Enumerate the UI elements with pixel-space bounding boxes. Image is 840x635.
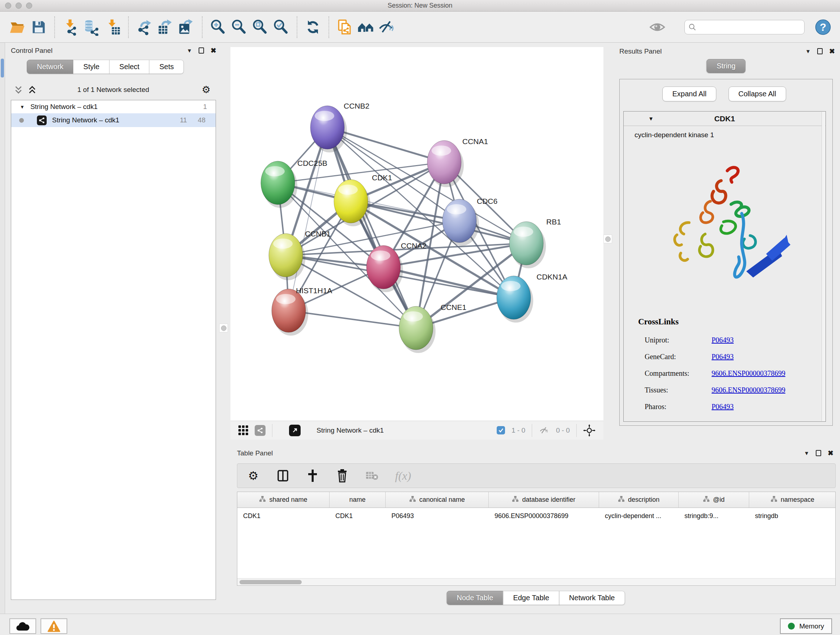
delete-column-trash-icon[interactable]: [336, 469, 349, 483]
tab-string[interactable]: String: [706, 59, 745, 73]
node-RB1[interactable]: RB1: [509, 218, 561, 268]
grid-view-icon[interactable]: [238, 425, 248, 435]
add-column-icon[interactable]: [306, 469, 319, 483]
column-header-shared-name[interactable]: shared name: [237, 492, 330, 508]
table-row[interactable]: CDK1CDK1P064939606.ENSP00000378699cyclin…: [237, 508, 835, 524]
zoom-fit-button[interactable]: [249, 17, 271, 38]
new-network-from-selection-button[interactable]: [334, 17, 355, 38]
scrollbar-thumb[interactable]: [240, 580, 302, 584]
selected-items-checkbox[interactable]: [497, 426, 505, 434]
zoom-out-button[interactable]: [229, 17, 249, 38]
node-CCNB1[interactable]: CCNB1: [269, 230, 331, 280]
export-network-button[interactable]: [134, 17, 155, 38]
table-cell[interactable]: CDK1: [330, 508, 386, 524]
collection-expand-icon[interactable]: ▼: [20, 104, 25, 110]
panel-close-icon[interactable]: ✖: [829, 47, 835, 55]
hide-selected-button[interactable]: [376, 17, 397, 38]
panel-close-icon[interactable]: ✖: [210, 46, 216, 55]
panel-close-icon[interactable]: ✖: [828, 449, 834, 457]
node-CCNB2[interactable]: CCNB2: [310, 102, 369, 152]
refresh-layout-button[interactable]: [302, 17, 324, 38]
tab-network-table[interactable]: Network Table: [559, 591, 625, 605]
import-network-button[interactable]: [60, 17, 81, 38]
node-CCNE1[interactable]: CCNE1: [399, 303, 466, 353]
network-overview-icon[interactable]: [255, 425, 265, 436]
crosslink-link[interactable]: P06493: [712, 353, 734, 361]
export-image-button[interactable]: [176, 17, 197, 38]
tab-sets[interactable]: Sets: [149, 60, 184, 74]
collapsed-panel-handle[interactable]: [1, 59, 4, 78]
zoom-selected-button[interactable]: [271, 17, 292, 38]
open-session-button[interactable]: [7, 17, 28, 38]
import-table-button[interactable]: [102, 17, 123, 38]
network-options-gear-icon[interactable]: ⚙: [202, 84, 210, 96]
vertical-splitter-handle-left[interactable]: [219, 324, 228, 333]
horizontal-splitter[interactable]: [231, 440, 840, 446]
export-table-button[interactable]: [155, 17, 176, 38]
column-header-name[interactable]: name: [330, 492, 386, 508]
cloud-status-button[interactable]: [9, 618, 36, 634]
crosslink-link[interactable]: P06493: [712, 336, 734, 344]
protein-card-header[interactable]: ▼ CDK1: [624, 111, 826, 126]
column-header-namespace[interactable]: namespace: [749, 492, 836, 508]
node-HIST1H1A[interactable]: HIST1H1A: [272, 287, 332, 336]
table-cell[interactable]: P06493: [386, 508, 489, 524]
zoom-in-button[interactable]: [208, 17, 229, 38]
panel-menu-icon[interactable]: ▼: [805, 48, 811, 54]
search-input[interactable]: [699, 24, 801, 31]
tab-node-table[interactable]: Node Table: [447, 591, 504, 605]
first-neighbors-button[interactable]: [355, 17, 376, 38]
crosslink-link[interactable]: P06493: [712, 402, 734, 411]
edge-CCNB2-HIST1H1A[interactable]: [289, 127, 327, 310]
column-header-@id[interactable]: @id: [679, 492, 749, 508]
panel-float-icon[interactable]: [816, 450, 821, 456]
table-cell[interactable]: stringdb:9...: [679, 508, 749, 524]
crosslink-link[interactable]: 9606.ENSP00000378699: [712, 386, 785, 394]
panel-menu-icon[interactable]: ▼: [804, 450, 809, 456]
table-horizontal-scrollbar[interactable]: [237, 578, 835, 585]
help-button[interactable]: ?: [813, 17, 834, 38]
birds-eye-crosshair-icon[interactable]: [583, 424, 595, 437]
tab-select[interactable]: Select: [109, 60, 150, 74]
crosslink-link[interactable]: 9606.ENSP00000378699: [712, 369, 785, 378]
table-cell[interactable]: cyclin-dependent ...: [599, 508, 679, 524]
table-cell[interactable]: CDK1: [237, 508, 330, 524]
show-columns-icon[interactable]: [276, 469, 289, 483]
network-share-icon: [38, 117, 45, 124]
expand-all-button[interactable]: Expand All: [662, 87, 716, 101]
collapse-all-button[interactable]: Collapse All: [729, 87, 786, 101]
table-cell[interactable]: stringdb: [749, 508, 836, 524]
column-header-canonical-name[interactable]: canonical name: [386, 492, 489, 508]
warnings-button[interactable]: [41, 618, 67, 634]
protein-collapse-icon[interactable]: ▼: [648, 116, 654, 122]
node-CDKN1A[interactable]: CDKN1A: [497, 272, 567, 323]
vertical-splitter-handle-right[interactable]: [603, 234, 612, 243]
network-row-selected[interactable]: String Network – cdk1 11 48: [11, 113, 216, 127]
panel-menu-icon[interactable]: ▼: [187, 48, 192, 54]
network-collection-row[interactable]: ▼ String Network – cdk1 1: [11, 100, 216, 113]
import-network-from-database-button[interactable]: [81, 17, 102, 38]
hidden-items-eye-icon[interactable]: [538, 426, 549, 435]
tab-edge-table[interactable]: Edge Table: [503, 591, 559, 605]
show-all-button[interactable]: [647, 17, 668, 38]
tab-network[interactable]: Network: [27, 60, 73, 74]
column-header-description[interactable]: description: [599, 492, 679, 508]
network-view-canvas[interactable]: CCNB2CCNA1CDC25BCDK1CDC6RB1CCNB1CCNA2CDK…: [231, 47, 603, 421]
column-header-database-identifier[interactable]: database identifier: [489, 492, 599, 508]
function-builder-icon[interactable]: f(x): [395, 469, 411, 483]
node-CDK1[interactable]: CDK1: [334, 173, 392, 226]
network-graph[interactable]: CCNB2CCNA1CDC25BCDK1CDC6RB1CCNB1CCNA2CDK…: [231, 47, 603, 421]
edge-CCNA2-CDKN1A[interactable]: [384, 267, 514, 298]
table-settings-gear-icon[interactable]: ⚙: [247, 469, 260, 483]
table-cell[interactable]: 9606.ENSP00000378699: [489, 508, 599, 524]
edge-CCNB2-CCNE1[interactable]: [327, 127, 416, 328]
delete-table-icon[interactable]: [365, 469, 378, 483]
tab-style[interactable]: Style: [73, 60, 109, 74]
panel-float-icon[interactable]: [199, 48, 204, 54]
detach-view-icon[interactable]: [289, 424, 301, 436]
node-CCNA1[interactable]: CCNA1: [427, 137, 488, 187]
results-scrollbar[interactable]: [821, 112, 825, 421]
panel-float-icon[interactable]: [817, 48, 823, 54]
save-session-button[interactable]: [28, 17, 49, 38]
memory-button[interactable]: Memory: [780, 618, 832, 634]
